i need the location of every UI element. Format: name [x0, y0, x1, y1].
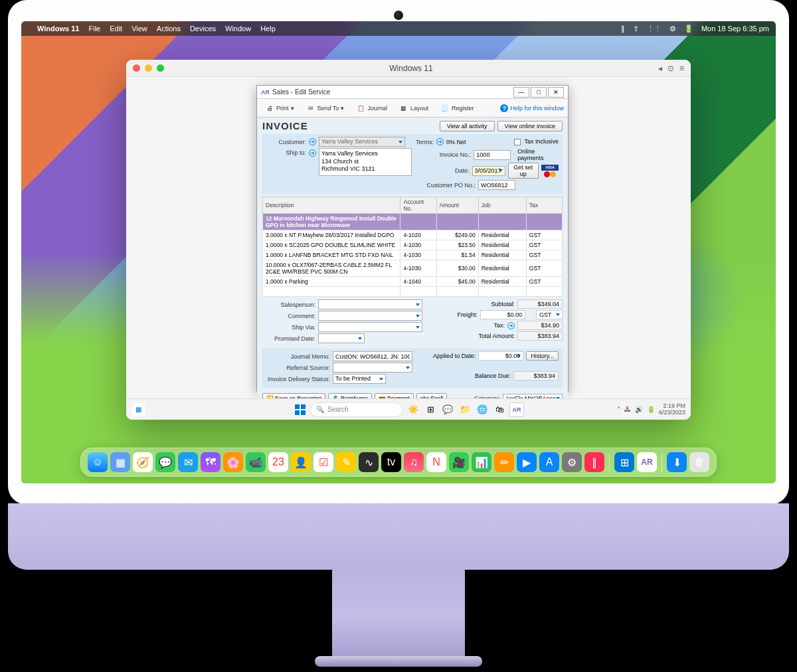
tray-network-icon[interactable]: 🖧	[624, 406, 631, 413]
terms-lookup-icon[interactable]: ➜	[436, 138, 444, 145]
menu-window[interactable]: Window	[225, 25, 251, 33]
dock-safari-icon[interactable]: 🧭	[133, 452, 153, 472]
col-amount[interactable]: Amount	[436, 197, 478, 214]
table-row[interactable]: 1.0000 x SC2025 GPO DOUBLE SLIMLINE WHIT…	[263, 240, 563, 250]
ship-via-field[interactable]	[318, 322, 422, 332]
journal-button[interactable]: 📋 Journal	[352, 102, 391, 115]
battery-icon[interactable]: 🔋	[684, 25, 693, 33]
menu-actions[interactable]: Actions	[157, 25, 181, 33]
task-store-icon[interactable]: 🛍	[492, 402, 507, 417]
col-description[interactable]: Description	[263, 197, 400, 214]
date-field[interactable]: 3/05/2017	[472, 166, 505, 176]
dock-contacts-icon[interactable]: 👤	[291, 452, 311, 472]
dock-facetime-icon[interactable]: 📹	[246, 452, 266, 472]
dock-facetime2-icon[interactable]: 🎥	[449, 452, 469, 472]
table-row-empty[interactable]	[263, 287, 563, 297]
register-button[interactable]: 🧾 Register	[436, 102, 478, 115]
share-icon[interactable]: ⇪	[633, 25, 639, 33]
tax-detail-icon[interactable]: ➜	[507, 322, 515, 329]
widgets-button[interactable]: ▦	[132, 403, 145, 416]
layout-button[interactable]: ▦ Layout	[395, 102, 432, 115]
dock-messages-icon[interactable]: 💬	[155, 452, 175, 472]
dock-news-icon[interactable]: N	[426, 452, 446, 472]
dock-music-icon[interactable]: ♫	[404, 452, 424, 472]
tray-battery-icon[interactable]: 🔋	[647, 406, 655, 413]
dock-pages-icon[interactable]: ✏	[494, 452, 514, 472]
comment-field[interactable]	[318, 311, 422, 321]
dock-ar-icon[interactable]: AR	[637, 452, 657, 472]
invoice-no-field[interactable]	[474, 150, 511, 160]
help-link[interactable]: ? Help for this window	[500, 104, 564, 112]
menubar-app-name[interactable]: Windows 11	[37, 25, 79, 33]
referral-source-field[interactable]	[333, 363, 412, 373]
send-to-button[interactable]: ✉ Send To ▾	[302, 102, 349, 115]
dock-calendar-icon[interactable]: 23	[268, 452, 288, 472]
dock-launchpad-icon[interactable]: ▦	[110, 452, 130, 472]
ship-to-field[interactable]: Yarra Valley Services 134 Church st Rich…	[319, 148, 412, 176]
vm-collapse-icon[interactable]: ◂	[658, 64, 662, 73]
table-row[interactable]: 1.0000 x LANFNB BRACKET MTG STD FXD NAIL…	[263, 250, 563, 260]
task-weather-icon[interactable]: ☀️	[406, 402, 420, 417]
freight-tax-field[interactable]: GST	[536, 310, 563, 319]
dock-reminders-icon[interactable]: ☑	[313, 452, 333, 472]
table-row[interactable]: 12 Maroondah Highway Ringwood Install Do…	[263, 214, 563, 230]
menu-file[interactable]: File	[88, 25, 100, 33]
dock-settings-icon[interactable]: ⚙	[562, 452, 582, 472]
dock-photos-icon[interactable]: 🌸	[223, 452, 243, 472]
customer-field[interactable]: Yarra Valley Services	[319, 137, 405, 147]
task-ar-icon[interactable]: AR	[509, 402, 524, 417]
history-button[interactable]: History...	[526, 351, 559, 361]
parallels-icon[interactable]: ∥	[621, 25, 625, 33]
wifi-icon[interactable]: ⋮⋮	[647, 25, 662, 33]
menu-devices[interactable]: Devices	[190, 25, 216, 33]
table-row[interactable]: 10.0000 x OLX7/067-2ERBAS CABLE 2.5MM2 F…	[263, 260, 563, 277]
po-field[interactable]	[478, 180, 515, 190]
tray-volume-icon[interactable]: 🔊	[635, 406, 643, 413]
dock-notes-icon[interactable]: ✎	[336, 452, 356, 472]
salesperson-field[interactable]	[318, 299, 422, 309]
dock-appstore-icon[interactable]: A	[539, 452, 559, 472]
vm-menu-icon[interactable]: ≡	[679, 64, 684, 73]
task-taskview-icon[interactable]: ⊞	[423, 402, 438, 417]
view-online-invoice-button[interactable]: View online invoice	[497, 121, 563, 131]
maximize-window-button[interactable]	[157, 64, 164, 72]
dock-finder-icon[interactable]: ☺	[88, 452, 108, 472]
col-account[interactable]: Account No.	[400, 197, 436, 214]
dock-downloads-icon[interactable]: ⬇	[667, 452, 687, 472]
control-center-icon[interactable]: ⚙	[669, 25, 676, 33]
dock-trash-icon[interactable]: 🗑	[689, 452, 709, 472]
table-row[interactable]: 1.0000 x Parking4-1040$45.00ResidentialG…	[263, 277, 563, 287]
tray-chevron-icon[interactable]: ˄	[617, 406, 620, 413]
menubar-clock[interactable]: Mon 18 Sep 6:35 pm	[701, 25, 769, 33]
freight-value[interactable]: $0.00	[480, 310, 525, 319]
dock-maps-icon[interactable]: 🗺	[201, 452, 221, 472]
dock-mail-icon[interactable]: ✉	[178, 452, 198, 472]
customer-lookup-icon[interactable]: ➜	[309, 138, 316, 145]
menu-edit[interactable]: Edit	[110, 25, 122, 33]
journal-memo-field[interactable]	[333, 351, 412, 361]
tray-clock[interactable]: 2:19 PM 6/23/2023	[659, 403, 685, 416]
minimize-button[interactable]: —	[513, 87, 529, 98]
menu-help[interactable]: Help	[260, 25, 276, 33]
get-setup-button[interactable]: Get set up	[508, 163, 539, 179]
task-edge-icon[interactable]: 🌐	[475, 402, 489, 417]
tax-inclusive-checkbox[interactable]	[514, 139, 521, 145]
dock-keynote-icon[interactable]: ▶	[517, 452, 537, 472]
task-explorer-icon[interactable]: 📁	[458, 402, 472, 417]
dock-freeform-icon[interactable]: ∿	[359, 452, 379, 472]
dock-windows-icon[interactable]: ⊞	[614, 452, 634, 472]
dock-tv-icon[interactable]: tv	[381, 452, 401, 472]
maximize-button[interactable]: □	[531, 87, 547, 98]
col-tax[interactable]: Tax	[526, 197, 562, 214]
vm-settings-icon[interactable]: ⊙	[667, 64, 674, 73]
table-row[interactable]: 3.0000 x NT P.Mayhew 28/03/2017 Installe…	[263, 230, 563, 240]
delivery-status-field[interactable]: To be Printed	[333, 374, 386, 384]
promised-date-field[interactable]	[318, 333, 365, 343]
col-job[interactable]: Job	[478, 197, 526, 214]
minimize-window-button[interactable]	[145, 64, 152, 72]
ship-to-lookup-icon[interactable]: ➜	[309, 149, 316, 157]
dock-parallels-icon[interactable]: ∥	[584, 452, 604, 472]
task-chat-icon[interactable]: 💬	[440, 402, 455, 417]
view-all-activity-button[interactable]: View all activity	[440, 121, 495, 131]
dock-numbers-icon[interactable]: 📊	[472, 452, 491, 472]
